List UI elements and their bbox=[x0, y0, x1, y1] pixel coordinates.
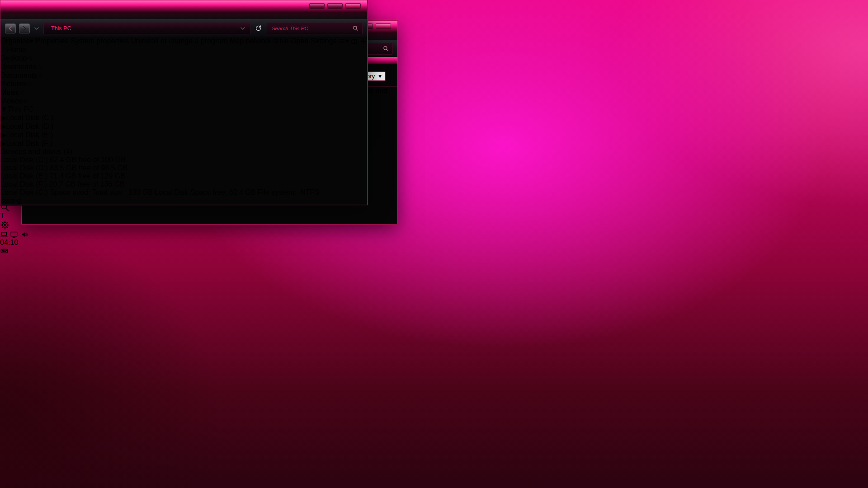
drive-tile-d[interactable]: Local Disk (D:) 83.5 GB free of 98.5 GB bbox=[0, 164, 367, 172]
drive-free-space: 83.5 GB free of 98.5 GB bbox=[50, 164, 127, 172]
chevron-down-icon: ▾ bbox=[345, 37, 349, 45]
breadcrumb[interactable]: This PC bbox=[51, 25, 71, 32]
sidebar-item-local-disk-f[interactable]: ▶Local Disk (F:) bbox=[0, 139, 367, 148]
search-input[interactable] bbox=[271, 25, 350, 32]
minimize-button[interactable] bbox=[309, 3, 325, 9]
sidebar-item-documents[interactable]: Documents☆ bbox=[0, 71, 367, 80]
desktop: Control Panel Adjust your computer's set… bbox=[0, 0, 868, 488]
explorer-statusbar: Local Disk (C:) Space used: Total size: … bbox=[0, 188, 367, 205]
new-item-button[interactable] bbox=[360, 37, 367, 45]
sidebar-item-music[interactable]: Music☆ bbox=[0, 88, 367, 97]
sidebar-item-downloads[interactable]: Downloads☆ bbox=[0, 62, 367, 71]
address-dropdown-icon[interactable] bbox=[239, 25, 246, 32]
touch-keyboard-button[interactable] bbox=[0, 247, 868, 255]
expand-chevron-icon[interactable]: ▶ bbox=[0, 122, 6, 130]
status-drive-name: Local Disk (C:) bbox=[0, 188, 48, 196]
this-pc-addressbar: This PC bbox=[0, 19, 367, 37]
gear-icon bbox=[0, 220, 10, 230]
pin-star-icon[interactable]: ☆ bbox=[27, 80, 33, 88]
sidebar-item-local-disk-e[interactable]: ▶Local Disk (E:) bbox=[0, 131, 367, 139]
space-free-value: 62.4 GB bbox=[229, 188, 256, 196]
zero-g-logo: zero-g bbox=[0, 197, 21, 204]
search-icon[interactable] bbox=[353, 25, 359, 31]
pin-star-icon[interactable]: ☆ bbox=[27, 54, 33, 62]
teams-icon: T bbox=[0, 212, 5, 220]
chevron-down-icon: ▾ bbox=[30, 37, 33, 45]
drive-tile-c[interactable]: Local Disk (C:) 62.4 GB free of 100 GB bbox=[0, 156, 367, 164]
sidebar-item-pictures[interactable]: Pictures☆ bbox=[0, 80, 367, 88]
expand-chevron-icon[interactable]: ▼ bbox=[0, 105, 8, 113]
drive-name: Local Disk (E:) bbox=[0, 172, 47, 180]
drive-name: Local Disk (C:) bbox=[0, 156, 48, 164]
keyboard-icon bbox=[0, 247, 9, 255]
file-system-label: File system: bbox=[258, 188, 296, 196]
volume-icon[interactable] bbox=[20, 230, 28, 239]
device-icon[interactable] bbox=[0, 230, 8, 239]
map-network-drive-button[interactable]: Map network drive bbox=[230, 37, 289, 45]
drive-free-space: 20.7 GB free of 136 GB bbox=[49, 180, 125, 188]
refresh-button[interactable] bbox=[254, 23, 264, 33]
explorer-sidebar: ☆Home Desktop☆ Downloads☆ Documents☆ Pic… bbox=[0, 45, 367, 148]
address-field[interactable]: This PC bbox=[43, 23, 250, 34]
explorer-main: Devices and drives (4) Local Disk (C:) 6… bbox=[0, 148, 367, 188]
properties-button[interactable]: Properties bbox=[35, 37, 68, 45]
pin-star-icon[interactable]: ☆ bbox=[23, 97, 29, 105]
drive-tile-f[interactable]: Local Disk (F:) 20.7 GB free of 136 GB bbox=[0, 180, 367, 188]
back-button[interactable] bbox=[5, 23, 16, 33]
total-size-label: Total size: bbox=[92, 188, 124, 196]
this-pc-titlebar[interactable] bbox=[0, 0, 367, 19]
expand-chevron-icon[interactable]: ▶ bbox=[0, 140, 6, 147]
chevron-down-icon: ▾ bbox=[378, 73, 382, 80]
uninstall-program-button[interactable]: Uninstall or change a program bbox=[131, 37, 227, 45]
drive-name: Local Disk (D:) bbox=[0, 164, 48, 172]
system-tray bbox=[0, 230, 868, 239]
sidebar-item-home[interactable]: ☆Home bbox=[0, 45, 367, 54]
maximize-button[interactable] bbox=[327, 3, 343, 9]
open-settings-button[interactable]: Open Settings bbox=[291, 37, 336, 45]
section-title[interactable]: Devices and drives (4) bbox=[0, 148, 367, 156]
drive-name: Local Disk (F:) bbox=[0, 180, 47, 188]
sidebar-item-this-pc[interactable]: ▼This PC bbox=[0, 105, 367, 113]
drive-free-space: 62.4 GB free of 100 GB bbox=[50, 156, 125, 164]
display-icon[interactable] bbox=[10, 230, 18, 239]
taskbar-clock[interactable]: 04:10 bbox=[0, 239, 868, 247]
close-button[interactable] bbox=[345, 3, 361, 9]
file-system-value: NTFS bbox=[300, 188, 319, 196]
expand-chevron-icon[interactable]: ▶ bbox=[0, 131, 6, 139]
expand-chevron-icon[interactable]: ▶ bbox=[0, 114, 6, 122]
organize-button[interactable]: Organize▾ bbox=[0, 37, 33, 45]
pin-star-icon[interactable]: ☆ bbox=[36, 63, 42, 70]
recent-pages-chevron-icon[interactable] bbox=[33, 25, 40, 32]
preview-pane-button[interactable] bbox=[351, 37, 358, 45]
system-properties-button[interactable]: System properties bbox=[71, 37, 129, 45]
pin-star-icon[interactable]: ☆ bbox=[19, 89, 26, 96]
explorer-toolbar: Organize▾ Properties System properties U… bbox=[0, 37, 367, 45]
space-used-label: Space used: bbox=[50, 188, 90, 196]
drive-free-space: 71.4 GB free of 129 GB bbox=[49, 172, 125, 180]
status-drive-type: Local Disk bbox=[155, 188, 188, 196]
sidebar-item-local-disk-d[interactable]: ▶Local Disk (D:) bbox=[0, 122, 367, 131]
pin-star-icon[interactable]: ☆ bbox=[37, 71, 43, 79]
forward-button[interactable] bbox=[19, 23, 30, 33]
view-list-button[interactable]: ▾ bbox=[339, 37, 349, 45]
home-star-icon: ☆ bbox=[0, 46, 7, 53]
space-free-label: Space free: bbox=[190, 188, 227, 196]
this-pc-window: This PC Organize▾ Properties System prop… bbox=[0, 0, 368, 205]
sidebar-item-videos[interactable]: Videos☆ bbox=[0, 97, 367, 105]
search-icon[interactable] bbox=[383, 46, 389, 52]
search-box[interactable] bbox=[267, 23, 363, 34]
sidebar-item-local-disk-c[interactable]: ▶Local Disk (C:) bbox=[0, 113, 367, 122]
total-size-value: 100 GB bbox=[128, 188, 153, 196]
sidebar-item-desktop[interactable]: Desktop☆ bbox=[0, 54, 367, 62]
close-button[interactable] bbox=[376, 23, 391, 29]
drive-tile-e[interactable]: Local Disk (E:) 71.4 GB free of 129 GB bbox=[0, 172, 367, 180]
